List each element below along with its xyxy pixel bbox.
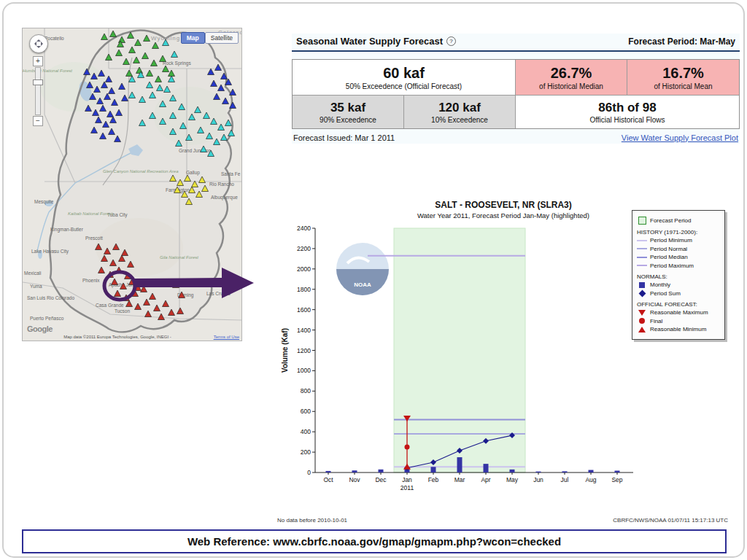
legend-icon-square bbox=[637, 282, 647, 288]
map-label: Mexicali bbox=[24, 271, 41, 276]
legend-item: Reasonable Minimum bbox=[637, 326, 721, 332]
satellite-view-button[interactable]: Satellite bbox=[205, 32, 239, 44]
map-label: Kingman-Butler bbox=[50, 227, 84, 233]
legend-item-label: Period Sum bbox=[650, 290, 681, 297]
map-label: Tucson bbox=[115, 308, 130, 314]
svg-text:Dec: Dec bbox=[375, 476, 387, 483]
p10-value: 120 kaf bbox=[407, 101, 512, 115]
svg-text:Jul: Jul bbox=[561, 476, 569, 483]
svg-text:Volume (Kaf): Volume (Kaf) bbox=[281, 328, 289, 373]
zoom-out-button[interactable]: − bbox=[33, 116, 43, 126]
forecast-issued-text: Forecast Issued: Mar 1 2011 bbox=[293, 133, 395, 142]
svg-text:Sep: Sep bbox=[611, 476, 622, 483]
map-label: Casa Grande bbox=[96, 303, 124, 308]
svg-text:May: May bbox=[506, 476, 519, 483]
map-label: Gallup bbox=[186, 170, 200, 176]
map-label: Glen Canyon National Recreation Area bbox=[103, 169, 179, 174]
legend-item-label: Monthly bbox=[650, 281, 670, 288]
map-label: Gila National Forest bbox=[160, 255, 198, 260]
map-pan-control[interactable] bbox=[29, 34, 48, 53]
legend-item: Period Median bbox=[637, 254, 721, 260]
legend-item-label: Final bbox=[650, 318, 662, 324]
svg-text:800: 800 bbox=[301, 387, 311, 394]
panel-title-text: Seasonal Water Supply Forecast bbox=[296, 36, 443, 47]
map-panel[interactable]: PocatelloWyomingCasperRock SpringsColora… bbox=[22, 28, 242, 341]
forecast-panel: Seasonal Water Supply Forecast? Forecast… bbox=[292, 34, 740, 144]
legend-icon-diamond bbox=[637, 291, 647, 296]
legend-item: Reasonable Maximum bbox=[637, 309, 721, 316]
forecast-period-label: Forecast Period: Mar-May bbox=[628, 36, 735, 47]
legend-icon-tri-up bbox=[637, 327, 647, 332]
historical-rank-value: 86th of 98 bbox=[519, 101, 736, 115]
map-label: San Luis Rio Colorado bbox=[27, 295, 74, 300]
legend-item: Forecast Period bbox=[637, 217, 721, 225]
legend-section-header: NORMALS: bbox=[637, 273, 721, 280]
svg-text:NOAA: NOAA bbox=[354, 281, 371, 288]
legend-item-label: Reasonable Maximum bbox=[650, 309, 708, 316]
svg-text:Mar: Mar bbox=[454, 476, 465, 483]
mean-percent-value: 16.7% bbox=[630, 65, 736, 82]
google-logo[interactable]: Google bbox=[27, 324, 53, 333]
map-label: Rio Rancho bbox=[209, 182, 234, 187]
map-view-button[interactable]: Map bbox=[181, 32, 205, 44]
legend-icon-circle bbox=[637, 318, 647, 324]
legend-item: Final bbox=[637, 318, 721, 324]
legend-icon-line bbox=[637, 248, 647, 249]
svg-text:Apr: Apr bbox=[481, 476, 490, 483]
svg-text:Aug: Aug bbox=[585, 476, 596, 483]
map-label: Yuma bbox=[30, 284, 42, 289]
map-attribution: Map data ©2011 Europa Technologies, Goog… bbox=[23, 335, 212, 339]
map-label: Rock Springs bbox=[163, 61, 191, 66]
legend-item-label: Period Maximum bbox=[650, 262, 694, 269]
legend-item: Period Minimum bbox=[637, 237, 721, 244]
chart-footnote-left: No data before 2010-10-01 bbox=[277, 517, 347, 524]
zoom-slider[interactable] bbox=[35, 67, 41, 115]
official-forecast-label: 50% Exceedence (Official Forecast) bbox=[295, 82, 512, 90]
chart-footnote-right: CBRFC/NWS/NOAA 01/07/11 15:17:13 UTC bbox=[613, 517, 728, 524]
map-label: Lake Havasu City bbox=[31, 249, 69, 254]
mean-percent-label: of Historical Mean bbox=[630, 82, 736, 90]
legend-item: Period Maximum bbox=[637, 262, 721, 269]
terms-of-use-link[interactable]: Terms of Use bbox=[214, 335, 239, 339]
web-reference-text: Web Reference: www.cbrfc.noaa.gov/gmap/g… bbox=[187, 535, 561, 548]
chart-legend: Forecast PeriodHISTORY (1971-2000):Perio… bbox=[632, 210, 725, 340]
station-marker-green[interactable] bbox=[101, 34, 108, 40]
map-canvas: PocatelloWyomingCasperRock SpringsColora… bbox=[23, 28, 241, 341]
official-forecast-value: 60 kaf bbox=[295, 65, 512, 82]
p90-label: 90% Exceedence bbox=[295, 116, 400, 124]
legend-item-label: Period Normal bbox=[650, 246, 687, 252]
map-label: Humboldt National Forest bbox=[23, 69, 72, 73]
map-type-buttons: Map Satellite bbox=[181, 32, 239, 44]
svg-text:Jan: Jan bbox=[402, 476, 412, 483]
legend-icon-line bbox=[637, 265, 647, 266]
map-label: Kaibab National Forest bbox=[68, 211, 112, 216]
svg-text:1800: 1800 bbox=[297, 286, 311, 293]
legend-item-label: Period Median bbox=[650, 254, 688, 260]
historical-rank-label: Official Historical Flows bbox=[519, 116, 736, 124]
legend-icon-tri-down bbox=[637, 310, 647, 316]
view-forecast-plot-link[interactable]: View Water Supply Forecast Plot bbox=[622, 133, 738, 142]
zoom-in-button[interactable]: + bbox=[33, 56, 43, 66]
map-zoom-control: + − bbox=[33, 56, 43, 126]
zoom-slider-handle[interactable] bbox=[33, 79, 43, 85]
legend-item-label: Reasonable Minimum bbox=[650, 326, 706, 332]
svg-text:400: 400 bbox=[301, 428, 311, 435]
svg-text:1400: 1400 bbox=[297, 327, 311, 334]
map-label: Albuquerque bbox=[211, 195, 238, 201]
official-forecast-cell: 60 kaf 50% Exceedence (Official Forecast… bbox=[293, 60, 516, 96]
svg-text:Nov: Nov bbox=[349, 476, 360, 483]
help-icon[interactable]: ? bbox=[446, 36, 456, 46]
forecast-table: 60 kaf 50% Exceedence (Official Forecast… bbox=[292, 59, 740, 129]
station-marker-green[interactable] bbox=[110, 31, 117, 37]
svg-text:600: 600 bbox=[301, 408, 311, 415]
svg-text:200: 200 bbox=[301, 448, 311, 456]
svg-text:0: 0 bbox=[307, 469, 311, 476]
legend-item: Period Normal bbox=[637, 246, 721, 252]
panel-title: Seasonal Water Supply Forecast? bbox=[296, 36, 456, 47]
p90-value: 35 kaf bbox=[295, 101, 400, 115]
legend-section-header: HISTORY (1971-2000): bbox=[637, 229, 721, 236]
legend-item: Period Sum bbox=[637, 290, 721, 297]
map-label: Las Cruces bbox=[206, 291, 231, 296]
legend-item-label: Period Minimum bbox=[650, 237, 692, 244]
svg-text:Jun: Jun bbox=[533, 476, 543, 483]
